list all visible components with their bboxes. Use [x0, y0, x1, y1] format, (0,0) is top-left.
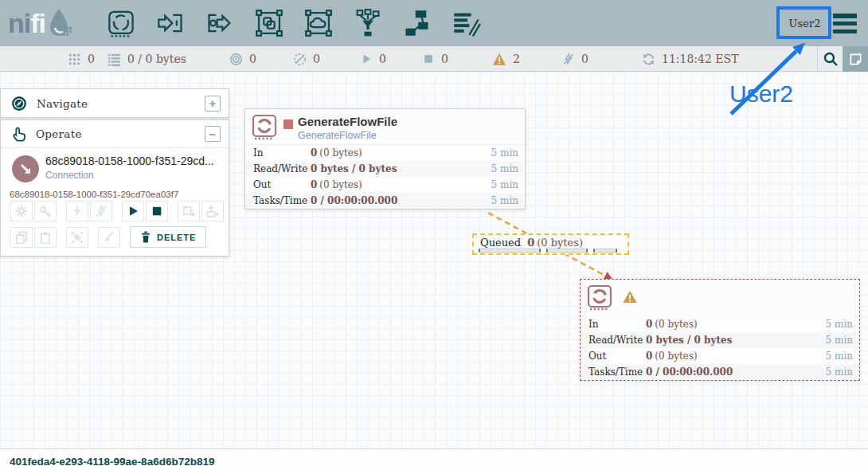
cluster-grid-icon — [68, 53, 81, 66]
color-button[interactable] — [98, 227, 120, 248]
paste-icon — [39, 231, 52, 244]
processor-stamp-icon — [251, 113, 280, 142]
remote-process-group-icon — [304, 9, 333, 37]
refresh-icon — [642, 53, 655, 66]
group-icon — [71, 231, 84, 244]
stat-row-in: In 0(0 bytes) 5 min — [581, 316, 859, 332]
group-button[interactable] — [66, 227, 88, 248]
flow-canvas[interactable]: Navigate + Operate − 68c89018 — [0, 72, 868, 449]
funnel-button[interactable] — [353, 8, 383, 38]
template-icon — [403, 9, 432, 37]
stop-icon — [151, 205, 163, 217]
remote-not-transmitting-icon — [293, 53, 307, 66]
play-icon — [127, 205, 139, 217]
key-icon — [39, 205, 52, 217]
label-icon — [452, 9, 481, 37]
queued-label: Queued — [480, 237, 521, 249]
copy-button[interactable] — [10, 227, 33, 248]
disable-button[interactable] — [90, 201, 112, 221]
delete-button[interactable]: DELETE — [130, 226, 206, 248]
status-count: 0 — [441, 53, 448, 65]
compass-icon — [10, 95, 28, 112]
enable-button[interactable] — [66, 201, 88, 221]
status-running: 0 — [360, 46, 386, 72]
connection-type-icon — [12, 155, 39, 182]
queue-bar — [593, 249, 617, 253]
operate-buttons-row-1 — [10, 201, 225, 221]
stat-row-tasks: Tasks/Time 0 / 00:00:00.000 5 min — [245, 193, 525, 209]
processor-button[interactable] — [106, 8, 136, 38]
processor-header — [581, 280, 859, 316]
status-invalid: 2 — [492, 46, 520, 72]
stat-row-out: Out 0(0 bytes) 5 min — [245, 177, 525, 193]
nifi-app: nifi — [0, 0, 868, 474]
stopped-status-icon — [283, 119, 293, 129]
stat-row-readwrite: Read/Write 0 bytes / 0 bytes 5 min — [245, 161, 525, 177]
search-button[interactable] — [817, 46, 843, 72]
menu-bar — [833, 22, 857, 26]
invalid-warning-icon — [622, 289, 638, 305]
label-button[interactable] — [452, 8, 482, 38]
status-count: 0 / 0 bytes — [127, 53, 186, 65]
processor-new-selected[interactable]: In 0(0 bytes) 5 min Read/Write 0 bytes /… — [580, 279, 860, 381]
bulletin-panel-button[interactable] — [843, 46, 868, 72]
current-user-label: User2 — [778, 8, 831, 38]
logo-fi: fi — [30, 8, 45, 38]
status-disabled: 0 — [562, 46, 588, 72]
global-menu-button[interactable] — [833, 14, 857, 33]
stat-row-readwrite: Read/Write 0 bytes / 0 bytes 5 min — [581, 332, 859, 348]
status-count: 0 — [581, 53, 588, 65]
input-port-icon — [156, 9, 185, 37]
processor-header: GenerateFlowFile GenerateFlowFile — [245, 109, 525, 145]
logo-ni: ni — [8, 8, 30, 38]
remote-process-group-button[interactable] — [303, 8, 334, 38]
process-group-icon — [255, 9, 283, 37]
hand-pointer-icon — [10, 126, 27, 143]
output-port-button[interactable] — [205, 8, 235, 38]
start-button[interactable] — [122, 201, 144, 221]
connection-label[interactable]: Queued0(0 bytes) — [472, 233, 629, 255]
status-count: 0 — [249, 53, 256, 65]
selected-component-id: 68c89018-0158-1000-f351-29cd70ea03f7 — [10, 190, 178, 199]
template-button[interactable] — [402, 8, 432, 38]
stat-row-in: In 0(0 bytes) 5 min — [245, 145, 525, 161]
processor-type: GenerateFlowFile — [298, 130, 377, 141]
upload-template-icon — [206, 205, 219, 217]
status-queued: 0 / 0 bytes — [108, 46, 186, 72]
operate-title: Operate — [36, 127, 205, 140]
operate-collapse-button[interactable]: − — [205, 126, 221, 142]
access-policies-button[interactable] — [34, 201, 57, 221]
input-port-button[interactable] — [155, 8, 186, 38]
stop-button[interactable] — [146, 201, 168, 221]
operate-panel: Operate − 68c89018-0158-1000-f351-29cd..… — [0, 119, 229, 257]
processor-title: GenerateFlowFile — [298, 115, 397, 128]
navigate-expand-button[interactable]: + — [205, 96, 221, 112]
status-active-threads: 0 — [68, 46, 95, 72]
status-not-transmitting: 0 — [293, 46, 320, 72]
disabled-icon — [562, 53, 575, 65]
processor-icon — [107, 9, 135, 37]
stat-row-tasks: Tasks/Time 0 / 00:00:00.000 5 min — [581, 364, 859, 380]
status-count: 0 — [313, 53, 320, 65]
create-template-button[interactable] — [178, 201, 200, 221]
search-icon — [823, 51, 839, 67]
processor-generate-flow-file[interactable]: GenerateFlowFile GenerateFlowFile In 0(0… — [244, 108, 526, 210]
delete-label: DELETE — [157, 233, 196, 242]
menu-bar — [833, 14, 857, 18]
queued-list-icon — [108, 53, 121, 66]
save-template-icon — [182, 205, 195, 217]
flow-status-bar: 0 0 / 0 bytes 0 0 — [0, 46, 868, 72]
lightning-icon — [71, 205, 84, 217]
configure-button[interactable] — [10, 201, 33, 221]
status-timestamp: 11:18:42 EST — [662, 53, 738, 65]
upload-template-button[interactable] — [201, 201, 224, 221]
paste-button[interactable] — [34, 227, 57, 248]
process-group-button[interactable] — [254, 8, 284, 38]
status-stopped: 0 — [422, 46, 448, 72]
navigate-panel: Navigate + — [0, 88, 229, 118]
queue-bar — [546, 249, 588, 253]
queue-indicator-bars — [479, 249, 617, 253]
queued-size: (0 bytes) — [537, 237, 583, 249]
trash-icon — [140, 231, 151, 243]
remote-transmitting-icon — [229, 53, 243, 66]
